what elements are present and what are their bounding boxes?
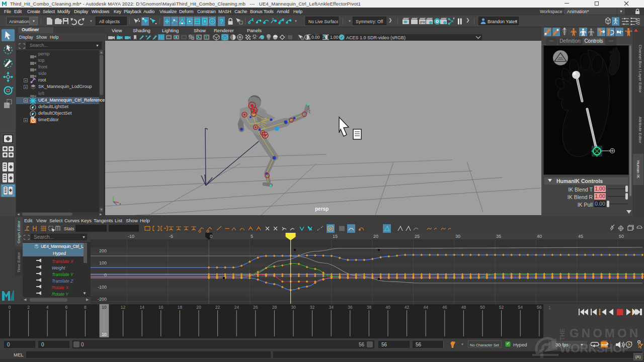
- svg-text:36: 36: [348, 305, 353, 310]
- svg-text:10: 10: [102, 305, 107, 310]
- svg-text:✓: ✓: [340, 35, 344, 40]
- svg-text:-200: -200: [98, 297, 107, 302]
- svg-text:44: 44: [423, 305, 428, 310]
- svg-text:-100: -100: [98, 285, 107, 290]
- svg-text:ACES 1.0 SDR-video (sRGB): ACES 1.0 SDR-video (sRGB): [346, 35, 406, 40]
- svg-text:28: 28: [272, 305, 277, 310]
- svg-text:40: 40: [385, 305, 390, 310]
- svg-text:0: 0: [9, 305, 11, 310]
- svg-text:45: 45: [578, 234, 583, 239]
- svg-text:x: x: [119, 202, 121, 206]
- svg-text:100: 100: [99, 260, 107, 265]
- svg-text:14: 14: [139, 305, 144, 310]
- svg-text:20: 20: [373, 234, 378, 239]
- svg-text:56: 56: [537, 305, 542, 310]
- svg-text:30: 30: [455, 234, 460, 239]
- svg-text:T: T: [205, 36, 208, 39]
- svg-text:0: 0: [104, 273, 107, 278]
- svg-text:16: 16: [158, 305, 164, 310]
- svg-text:35: 35: [496, 234, 501, 239]
- svg-text:10: 10: [102, 332, 107, 337]
- svg-text:48: 48: [461, 305, 466, 310]
- svg-text:26: 26: [253, 305, 258, 310]
- svg-text:25: 25: [415, 234, 420, 239]
- svg-text:24: 24: [234, 305, 239, 310]
- svg-text:4: 4: [46, 305, 49, 310]
- svg-text:32: 32: [310, 305, 315, 310]
- svg-text:46: 46: [442, 305, 447, 310]
- svg-text:52: 52: [499, 305, 504, 310]
- svg-text:38: 38: [367, 305, 372, 310]
- svg-text:15: 15: [333, 234, 338, 239]
- svg-text:20: 20: [196, 305, 201, 310]
- svg-text:54: 54: [518, 305, 523, 310]
- svg-text:200: 200: [99, 248, 107, 253]
- svg-text:50: 50: [619, 234, 624, 239]
- svg-text:40: 40: [537, 234, 542, 239]
- svg-text:50: 50: [480, 305, 485, 310]
- svg-text:18: 18: [178, 305, 183, 310]
- svg-text:5: 5: [251, 234, 253, 239]
- svg-text:IPR: IPR: [420, 21, 426, 24]
- svg-text:34: 34: [329, 305, 334, 310]
- svg-text:8: 8: [84, 305, 87, 310]
- svg-text:?: ?: [220, 18, 224, 25]
- svg-text:0.00: 0.00: [311, 35, 320, 40]
- svg-text:0: 0: [210, 234, 212, 239]
- svg-text:Stats: Stats: [64, 226, 74, 231]
- svg-text:2: 2: [27, 305, 30, 310]
- svg-text:-5: -5: [169, 234, 173, 239]
- svg-text:6: 6: [65, 305, 67, 310]
- svg-text:22: 22: [215, 305, 220, 310]
- svg-text:12: 12: [121, 305, 126, 310]
- svg-text:30: 30: [291, 305, 296, 310]
- svg-text:42: 42: [405, 305, 410, 310]
- svg-text:1.00: 1.00: [330, 35, 339, 40]
- svg-text:-10: -10: [128, 234, 134, 239]
